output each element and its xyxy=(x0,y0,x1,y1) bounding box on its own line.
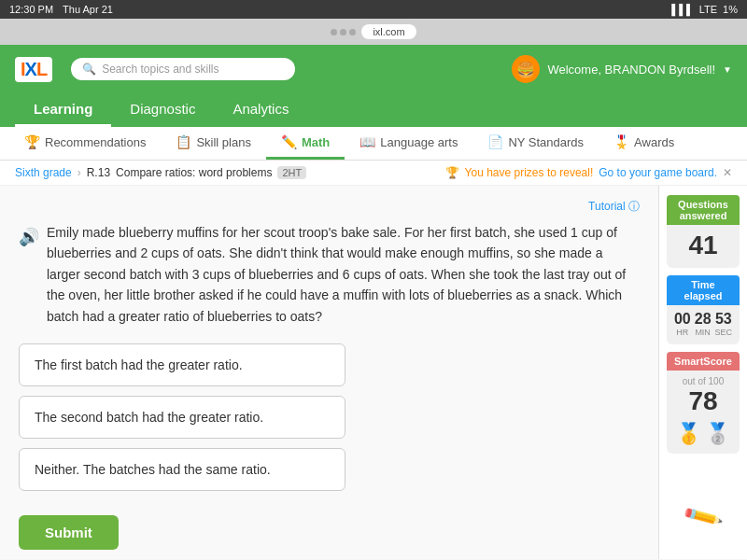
status-bar-right: ▌▌▌ LTE 1% xyxy=(671,4,738,15)
time-elapsed-header: Time elapsed xyxy=(667,275,740,305)
main-content: Tutorial ⓘ 🔊 Emily made blueberry muffin… xyxy=(0,186,747,559)
sub-tabs: 🏆 Recommendations 📋 Skill plans ✏️ Math … xyxy=(0,127,747,161)
breadcrumb-parent[interactable]: Sixth grade xyxy=(15,166,72,179)
header-right: 🍔 Welcome, BRANDON Byrdsell! ▼ xyxy=(512,55,732,83)
avatar: 🍔 xyxy=(512,55,540,83)
breadcrumb-bar: Sixth grade › R.13 Compare ratios: word … xyxy=(0,161,747,186)
questions-answered-section: Questions answered 41 xyxy=(667,195,740,268)
smart-score-section: SmartScore out of 100 78 🥇 🥈 xyxy=(667,352,740,454)
browser-dot-1 xyxy=(331,29,337,35)
prize-text: You have prizes to reveal! xyxy=(465,166,594,179)
sub-tab-skill-plans[interactable]: 📋 Skill plans xyxy=(161,127,266,160)
network-type: LTE xyxy=(699,4,717,15)
tutorial-icon: ⓘ xyxy=(628,200,640,213)
question-area: Tutorial ⓘ 🔊 Emily made blueberry muffin… xyxy=(0,186,658,559)
smart-score-label: SmartScore xyxy=(674,356,732,367)
status-bar-left: 12:30 PM Thu Apr 21 xyxy=(9,4,113,15)
sub-tab-ny-standards-label: NY Standards xyxy=(508,135,584,149)
sub-tab-recommendations-label: Recommendations xyxy=(45,135,146,149)
sub-tab-math[interactable]: ✏️ Math xyxy=(266,127,345,160)
audio-icon[interactable]: 🔊 xyxy=(19,224,39,251)
time-hr-value: 00 xyxy=(674,311,691,328)
sub-tab-language-arts[interactable]: 📖 Language arts xyxy=(345,127,472,160)
skill-plans-icon: 📋 xyxy=(176,134,191,149)
breadcrumb-badge: 2HT xyxy=(277,166,306,179)
welcome-text: Welcome, BRANDON Byrdsell! xyxy=(547,63,715,77)
time-hr: 00 HR xyxy=(674,311,691,337)
browser-dot-2 xyxy=(340,29,346,35)
smart-score-sub: out of 100 xyxy=(672,376,734,386)
signal-icon: ▌▌▌ xyxy=(671,4,693,15)
recommendations-icon: 🏆 xyxy=(24,134,40,149)
browser-url: ixl.com xyxy=(361,24,416,39)
tutorial-link[interactable]: Tutorial ⓘ xyxy=(19,199,640,215)
time-min-label: MIN xyxy=(695,328,712,337)
browser-bar: ixl.com xyxy=(0,19,747,45)
time-elapsed-section: Time elapsed 00 HR 28 MIN 53 SEC xyxy=(667,275,740,344)
language-arts-icon: 📖 xyxy=(359,134,375,149)
sub-tab-language-arts-label: Language arts xyxy=(380,135,458,149)
time-min: 28 MIN xyxy=(695,311,712,337)
nav-tab-analytics[interactable]: Analytics xyxy=(214,93,307,127)
ny-standards-icon: 📄 xyxy=(487,134,503,149)
prize-link[interactable]: Go to your game board. xyxy=(599,166,717,179)
battery: 1% xyxy=(723,4,738,15)
sub-tab-skill-plans-label: Skill plans xyxy=(196,135,251,149)
time-sec: 53 SEC xyxy=(715,311,733,337)
nav-tabs: Learning Diagnostic Analytics xyxy=(0,93,747,127)
time: 12:30 PM xyxy=(9,4,53,15)
questions-answered-count: 41 xyxy=(672,231,734,260)
medal-gold-icon: 🥇 xyxy=(676,422,701,446)
answer-option-a[interactable]: The first batch had the greater ratio. xyxy=(19,343,345,386)
medal-silver-icon: 🥈 xyxy=(705,422,730,446)
breadcrumb-separator: › xyxy=(78,166,81,179)
questions-answered-header: Questions answered xyxy=(667,195,740,225)
question-text: 🔊 Emily made blueberry muffins for her s… xyxy=(19,222,640,327)
logo: IXL xyxy=(15,57,52,82)
math-icon: ✏️ xyxy=(281,134,297,149)
sub-tab-math-label: Math xyxy=(302,135,330,149)
search-icon: 🔍 xyxy=(82,63,96,76)
search-bar[interactable]: 🔍 Search topics and skills xyxy=(71,58,295,80)
sub-tab-ny-standards[interactable]: 📄 NY Standards xyxy=(472,127,599,160)
time-display: 00 HR 28 MIN 53 SEC xyxy=(672,311,734,337)
nav-tab-learning[interactable]: Learning xyxy=(15,93,111,127)
browser-dots xyxy=(331,29,356,35)
smart-score-value: 78 xyxy=(672,386,734,416)
answer-options: The first batch had the greater ratio. T… xyxy=(19,343,640,491)
awards-icon: 🎖️ xyxy=(613,134,629,149)
breadcrumb-code: R.13 xyxy=(87,166,110,179)
question-body: Emily made blueberry muffins for her sco… xyxy=(47,222,640,327)
smart-score-header: SmartScore xyxy=(667,352,740,371)
breadcrumb-title: Compare ratios: word problems xyxy=(116,166,272,179)
status-bar: 12:30 PM Thu Apr 21 ▌▌▌ LTE 1% xyxy=(0,0,747,19)
answer-option-b[interactable]: The second batch had the greater ratio. xyxy=(19,396,345,439)
prize-banner: 🏆 You have prizes to reveal! Go to your … xyxy=(445,166,732,179)
sub-tab-awards[interactable]: 🎖️ Awards xyxy=(599,127,689,160)
medals: 🥇 🥈 xyxy=(672,422,734,446)
time-sec-label: SEC xyxy=(715,328,733,337)
search-placeholder: Search topics and skills xyxy=(102,63,218,76)
time-sec-value: 53 xyxy=(715,311,733,328)
nav-tab-diagnostic[interactable]: Diagnostic xyxy=(111,93,214,127)
dropdown-arrow-icon[interactable]: ▼ xyxy=(723,64,732,75)
answer-option-c[interactable]: Neither. The batches had the same ratio. xyxy=(19,448,345,491)
time-hr-label: HR xyxy=(674,328,691,337)
submit-button[interactable]: Submit xyxy=(19,515,119,550)
sub-tab-awards-label: Awards xyxy=(634,135,674,149)
date: Thu Apr 21 xyxy=(63,4,113,15)
prize-icon: 🏆 xyxy=(445,166,459,179)
app-header: IXL 🔍 Search topics and skills 🍔 Welcome… xyxy=(0,45,747,93)
prize-close-icon[interactable]: ✕ xyxy=(723,166,732,179)
browser-dot-3 xyxy=(349,29,356,35)
tutorial-label: Tutorial xyxy=(588,200,626,213)
sub-tab-recommendations[interactable]: 🏆 Recommendations xyxy=(9,127,161,160)
time-min-value: 28 xyxy=(695,311,712,328)
